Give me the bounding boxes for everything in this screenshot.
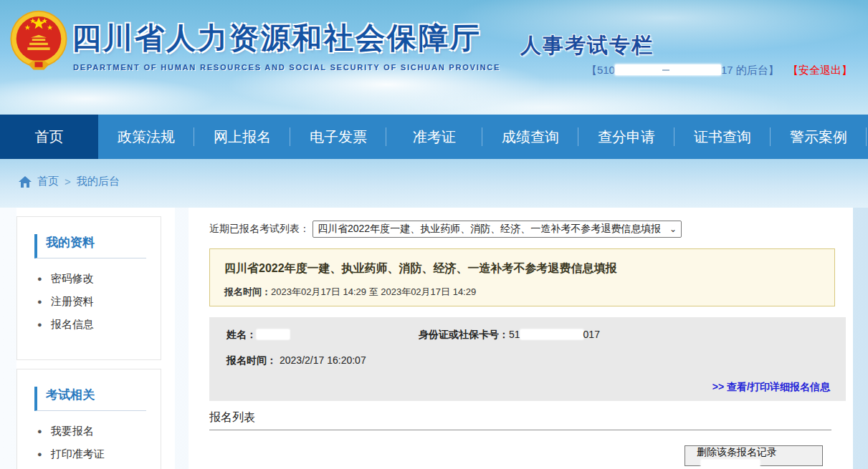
id-field: 身份证或社保卡号：51017 [419,329,600,342]
site-subtitle: DEPARTMENT OF HUMAN RESOURCES AND SOCIAL… [73,63,500,72]
main-panel: 近期已报名考试列表： 四川省2022年度一建、执业药师、消防、经济、一造补考不参… [189,208,853,469]
breadcrumb-current: 我的后台 [77,175,120,188]
home-icon [19,176,32,188]
id-label: 身份证或社保卡号： [419,329,509,340]
registration-list-heading: 报名列表 [209,410,255,425]
id-suffix: 017 [583,329,600,340]
nav-item-online-registration[interactable]: 网上报名 [194,115,290,159]
national-emblem-icon [6,6,72,76]
registration-time-value: 2023/2/17 16:20:07 [280,354,366,367]
account-id-suffix: 17 的后台】 [721,64,779,76]
name-label: 姓名： [226,329,257,340]
sidebar-item-label: 密码修改 [51,272,94,284]
exam-notice-title: 四川省2022年度一建、执业药师、消防、经济、一造补考不参考退费信息填报 [224,261,820,276]
registration-row-identity: 姓名： 身份证或社保卡号：51017 [226,329,829,342]
nav-item-score-query[interactable]: 成绩查询 [482,115,578,159]
chevron-down-icon: ⌄ [669,224,677,234]
section-title: 人事考试专栏 [520,32,654,60]
bullet-icon: ● [37,320,42,329]
exam-time-label: 报名时间： [224,286,271,297]
exam-notice-box: 四川省2022年度一建、执业药师、消防、经济、一造补考不参考退费信息填报 报名时… [209,248,835,306]
registration-row-time: 报名时间： 2023/2/17 16:20:07 [226,354,829,367]
sidebar-section-title: 我的资料 [34,234,146,258]
breadcrumb: 首页 > 我的后台 [19,175,120,188]
account-id-prefix: 【510 [586,64,615,76]
nav-item-e-invoice[interactable]: 电子发票 [290,115,386,159]
sidebar-item-label: 我要报名 [51,425,94,437]
sidebar: 我的资料 ●密码修改 ●注册资料 ●报名信息 考试相关 ●我要报名 ●打印准考证 [16,208,175,469]
sidebar-item-apply-exam[interactable]: ●我要报名 [17,415,161,438]
sidebar-item-registration-data[interactable]: ●注册资料 [17,286,161,309]
name-redaction [257,329,290,339]
site-header: 四川省人力资源和社会保障厅 DEPARTMENT OF HUMAN RESOUR… [0,0,868,115]
nav-item-warning-cases[interactable]: 警示案例 [771,115,867,159]
bullet-icon: ● [37,450,42,458]
nav-item-score-review[interactable]: 查分申请 [578,115,674,159]
sidebar-item-label: 注册资料 [51,295,94,307]
exam-select-row: 近期已报名考试列表： 四川省2022年度一建、执业药师、消防、经济、一造补考不参… [209,221,682,238]
sidebar-section-my-profile: 我的资料 ●密码修改 ●注册资料 ●报名信息 [16,216,161,360]
content-area: 我的资料 ●密码修改 ●注册资料 ●报名信息 考试相关 ●我要报名 ●打印准考证… [0,208,868,469]
logout-link[interactable]: 【安全退出】 [788,64,852,76]
exam-select-value: 四川省2022年度一建、执业药师、消防、经济、一造补考不参考退费信息填报 [318,223,667,236]
account-bar: 【51017 的后台】 【安全退出】 [586,64,852,77]
breadcrumb-separator: > [65,175,71,188]
id-prefix: 51 [509,329,520,340]
exam-select-dropdown[interactable]: 四川省2022年度一建、执业药师、消防、经济、一造补考不参考退费信息填报 ⌄ [313,221,682,238]
bullet-icon: ● [37,427,42,435]
nav-item-home[interactable]: 首页 [0,115,98,159]
sidebar-section-title: 考试相关 [34,387,146,411]
view-print-detail-link[interactable]: >> 查看/打印详细报名信息 [712,381,830,394]
sidebar-item-change-password[interactable]: ●密码修改 [17,263,161,286]
breadcrumb-band: 首页 > 我的后台 [0,159,868,208]
exam-notice-time: 报名时间：2023年02月17日 14:29 至 2023年02月17日 14:… [224,286,820,299]
delete-registration-button[interactable]: 删除该条报名记录 [685,445,823,466]
breadcrumb-home-link[interactable]: 首页 [37,175,59,188]
nav-item-admission-ticket[interactable]: 准考证 [386,115,482,159]
page: 四川省人力资源和社会保障厅 DEPARTMENT OF HUMAN RESOUR… [0,0,868,469]
list-divider [209,430,831,430]
nav-item-certificate-query[interactable]: 证书查询 [674,115,771,159]
sidebar-item-application-info[interactable]: ●报名信息 [17,309,161,332]
bullet-icon: ● [37,297,42,306]
sidebar-item-label: 报名信息 [51,318,94,330]
sidebar-item-print-admission-ticket[interactable]: ●打印准考证 [17,438,161,461]
bullet-icon: ● [37,274,42,283]
main-nav: 首页 政策法规 网上报名 电子发票 准考证 成绩查询 查分申请 证书查询 警示案… [0,115,868,159]
button-redaction [701,460,760,469]
id-redaction [520,329,583,339]
registration-summary-panel: 姓名： 身份证或社保卡号：51017 报名时间： 2023/2/17 16:20… [209,317,846,401]
account-id-redaction [615,64,721,75]
exam-select-label: 近期已报名考试列表： [209,223,310,236]
sidebar-section-exam-related: 考试相关 ●我要报名 ●打印准考证 [16,369,161,469]
sidebar-item-label: 打印准考证 [51,448,105,460]
name-field: 姓名： [226,329,419,342]
delete-button-label: 删除该条报名记录 [697,446,777,458]
nav-item-policies[interactable]: 政策法规 [98,115,194,159]
exam-time-value: 2023年02月17日 14:29 至 2023年02月17日 14:29 [271,286,476,297]
registration-time-label: 报名时间： [226,354,277,367]
site-title: 四川省人力资源和社会保障厅 [72,19,482,58]
